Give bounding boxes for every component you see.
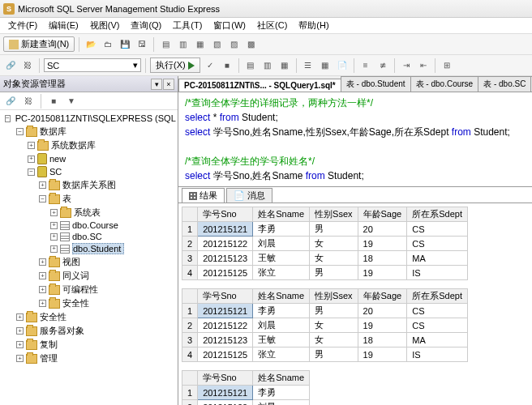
database-selector[interactable]: SC ▾	[44, 58, 141, 72]
management-node[interactable]: +管理	[2, 352, 176, 365]
database-icon	[37, 153, 47, 164]
include-plan-icon[interactable]: ▥	[260, 58, 275, 73]
folder-icon	[49, 271, 60, 281]
replication-node[interactable]: +复制	[2, 338, 176, 352]
tab-sc[interactable]: 表 - dbo.SC	[478, 76, 531, 92]
folder-icon	[37, 141, 49, 151]
properties-icon[interactable]: ▦	[192, 37, 207, 52]
table-row: 1201215121李勇男20CS	[182, 222, 468, 237]
table-row: 3201215123王敏女18MA	[182, 251, 468, 266]
execute-label: 执行(X)	[156, 59, 186, 71]
folder-icon	[49, 194, 60, 204]
systables-node[interactable]: +系统表	[2, 206, 176, 220]
save-all-icon[interactable]: 🖫	[135, 37, 149, 52]
sql-editor[interactable]: /*查询全体学生的详细记录，两种方法一样*/ select * from Stu…	[178, 92, 532, 187]
menu-file[interactable]: 文件(F)	[3, 18, 42, 33]
security-node[interactable]: +安全性	[2, 310, 176, 324]
folder-icon	[26, 354, 37, 364]
display-plan-icon[interactable]: ▤	[243, 58, 258, 73]
outdent-icon[interactable]: ⇤	[416, 58, 431, 73]
results-pane[interactable]: 学号Sno姓名Sname性别Ssex年龄Sage所在系Sdept 1201215…	[178, 203, 532, 405]
comment-icon[interactable]: ≡	[358, 58, 373, 73]
dropdown-icon: ▾	[133, 60, 138, 70]
registered-servers-icon[interactable]: ▤	[158, 37, 173, 52]
diagrams-node[interactable]: +数据库关系图	[2, 178, 176, 192]
object-tree[interactable]: −PC-20150811ZNTI\SQLEXPRESS (SQL Ser −数据…	[0, 110, 178, 405]
cancel-icon[interactable]: ■	[220, 58, 234, 73]
indent-icon[interactable]: ⇥	[399, 58, 414, 73]
newdb-node[interactable]: +new	[2, 152, 176, 165]
menu-edit[interactable]: 编辑(E)	[44, 18, 84, 33]
execute-button[interactable]: 执行(X)	[150, 58, 200, 73]
open-file-icon[interactable]: 📂	[84, 37, 98, 52]
object-explorer-title: 对象资源管理器	[3, 78, 66, 90]
main-area: PC-20150811ZNTI\S... - SQLQuery1.sql* 表 …	[178, 76, 532, 405]
database-icon	[37, 166, 47, 177]
results-tab[interactable]: 结果	[182, 188, 225, 202]
grid-icon	[189, 192, 197, 200]
connect-icon[interactable]: 🔗	[3, 58, 18, 73]
change-connection-icon[interactable]: ⛓	[20, 58, 35, 73]
sql-toolbar: 🔗 ⛓ SC ▾ 执行(X) ✓ ■ ▤ ▥ ▦ ☰ ▦ 📄 ≡ ≢ ⇥ ⇤ ⊞	[0, 55, 532, 76]
tab-student[interactable]: 表 - dbo.Student	[341, 76, 411, 92]
toolbox-icon[interactable]: ▨	[226, 37, 241, 52]
new-query-icon	[9, 40, 19, 49]
parse-icon[interactable]: ✓	[203, 58, 217, 73]
tables-node[interactable]: −表	[2, 192, 176, 206]
menu-community[interactable]: 社区(C)	[252, 18, 292, 33]
filter-icon[interactable]: ▼	[64, 94, 79, 109]
table-icon	[60, 221, 70, 230]
folder-icon	[26, 340, 37, 350]
student-table-node[interactable]: +dbo.Student	[2, 242, 176, 255]
document-tabs: PC-20150811ZNTI\S... - SQLQuery1.sql* 表 …	[178, 76, 532, 92]
messages-tab[interactable]: 📄消息	[226, 188, 272, 202]
table-icon	[60, 245, 70, 254]
table-row: 2201215122刘晨女19CS	[182, 237, 468, 251]
databases-node[interactable]: −数据库	[2, 125, 176, 139]
object-explorer-icon[interactable]: ▥	[175, 37, 190, 52]
programmability-node[interactable]: +可编程性	[2, 283, 176, 296]
new-query-button[interactable]: 新建查询(N)	[3, 36, 75, 52]
app-icon: S	[3, 3, 15, 15]
folder-icon	[49, 299, 60, 309]
results-grid-icon[interactable]: ▦	[318, 58, 332, 73]
disconnect-icon[interactable]: ⛓	[21, 94, 36, 109]
object-explorer-panel: 对象资源管理器 ▾ × 🔗 ⛓ ■ ▼ −PC-20150811ZNTI\SQL…	[0, 76, 178, 405]
panel-close-icon[interactable]: ×	[163, 79, 174, 90]
sysdb-node[interactable]: +系统数据库	[2, 139, 176, 152]
folder-icon	[60, 208, 71, 218]
specify-values-icon[interactable]: ⊞	[440, 58, 454, 73]
table-row: 4201215125张立男19IS	[182, 266, 468, 280]
panel-dropdown-icon[interactable]: ▾	[151, 79, 162, 90]
course-table-node[interactable]: +dbo.Course	[2, 220, 176, 231]
synonyms-node[interactable]: +同义词	[2, 269, 176, 283]
save-icon[interactable]: 💾	[118, 37, 132, 52]
serverobjects-node[interactable]: +服务器对象	[2, 324, 176, 338]
tab-course[interactable]: 表 - dbo.Course	[410, 76, 479, 92]
server-node[interactable]: −PC-20150811ZNTI\SQLEXPRESS (SQL Ser	[2, 112, 176, 125]
tab-query[interactable]: PC-20150811ZNTI\S... - SQLQuery1.sql*	[178, 79, 341, 92]
summary-icon[interactable]: ▩	[243, 37, 258, 52]
result-grid-3[interactable]: 学号Sno姓名Sname 1201215121李勇 2201215122刘晨 3…	[182, 370, 310, 405]
results-text-icon[interactable]: ☰	[301, 58, 315, 73]
menu-help[interactable]: 帮助(H)	[294, 18, 333, 33]
security-inner-node[interactable]: +安全性	[2, 296, 176, 310]
sc-table-node[interactable]: +dbo.SC	[2, 231, 176, 242]
scdb-node[interactable]: −SC	[2, 165, 176, 178]
menu-query[interactable]: 查询(Q)	[126, 18, 166, 33]
menu-tools[interactable]: 工具(T)	[168, 18, 207, 33]
uncomment-icon[interactable]: ≢	[375, 58, 390, 73]
connect-server-icon[interactable]: 🔗	[3, 94, 18, 109]
template-icon[interactable]: ▧	[209, 37, 224, 52]
refresh-icon[interactable]: ■	[46, 94, 61, 109]
result-grid-2[interactable]: 学号Sno姓名Sname性别Ssex年龄Sage所在系Sdept 1201215…	[182, 288, 468, 362]
results-file-icon[interactable]: 📄	[335, 58, 350, 73]
result-grid-1[interactable]: 学号Sno姓名Sname性别Ssex年龄Sage所在系Sdept 1201215…	[182, 207, 468, 280]
table-row: 4201215125张立男19IS	[182, 347, 468, 362]
menu-window[interactable]: 窗口(W)	[208, 18, 251, 33]
include-stats-icon[interactable]: ▦	[277, 58, 292, 73]
table-row: 1201215121李勇	[182, 386, 310, 400]
menu-view[interactable]: 视图(V)	[85, 18, 125, 33]
views-node[interactable]: +视图	[2, 255, 176, 269]
folder-icon[interactable]: 🗀	[101, 37, 115, 52]
